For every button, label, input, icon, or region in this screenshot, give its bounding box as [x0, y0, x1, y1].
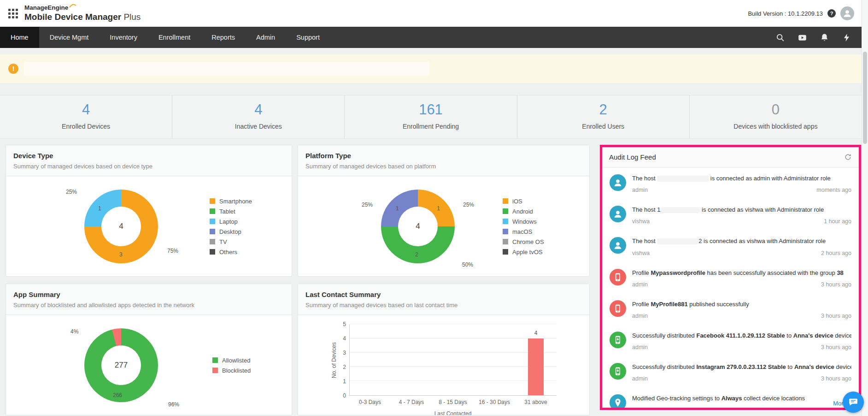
legend-item-ios[interactable]: iOS	[503, 198, 544, 205]
audit-feed-item[interactable]: Profile MyProfile881 published successfu…	[610, 293, 851, 325]
user-avatar[interactable]	[840, 6, 854, 20]
stat-enrolled-users[interactable]: 2Enrolled Users	[517, 95, 689, 138]
legend-item-others[interactable]: Others	[210, 249, 252, 256]
audit-feed-list: The host is connected as admin with Admi…	[602, 167, 859, 408]
quick-actions-flash-icon[interactable]	[842, 33, 851, 42]
main-nav: HomeDevice MgmtInventoryEnrollmentReport…	[0, 27, 862, 48]
legend-swatch	[503, 249, 508, 255]
card-subtitle: Summary of blocklisted and allowlisted a…	[13, 302, 284, 309]
page: ManageEngine Mobile Device Manager Plus …	[0, 0, 862, 416]
refresh-icon[interactable]	[844, 153, 852, 161]
stat-devices-with-blocklisted-apps[interactable]: 0Devices with blocklisted apps	[689, 95, 862, 138]
bar-31-above[interactable]: 4	[515, 324, 557, 395]
card-subtitle: Summary of managed devices based on last…	[305, 302, 582, 309]
video-icon[interactable]	[798, 33, 807, 42]
audit-feed-item[interactable]: Profile Mypasswordprofile has been succe…	[610, 262, 851, 293]
legend-label: Others	[219, 249, 237, 256]
card-title: App Summary	[13, 291, 284, 298]
app-icon	[610, 332, 626, 348]
audit-user: vishwa	[632, 218, 650, 225]
legend-item-allowlisted[interactable]: Allowlisted	[212, 357, 251, 364]
platform-type-legend: iOSAndroidWindowsmacOSChrome OSApple tvO…	[503, 195, 544, 259]
app-summary-donut-chart[interactable]: 277 4%26696%	[84, 328, 158, 402]
audit-user: admin	[632, 375, 648, 382]
legend-item-laptop[interactable]: Laptop	[210, 218, 252, 225]
x-tick: 31 above	[515, 399, 557, 405]
chart-callout: 25%	[463, 202, 474, 208]
stats-row: 4Enrolled Devices4Inactive Devices161Enr…	[0, 95, 862, 139]
search-icon[interactable]	[775, 33, 785, 42]
audit-message: Profile Mypasswordprofile has been succe…	[632, 269, 851, 277]
legend-item-windows[interactable]: Windows	[503, 218, 544, 225]
audit-feed-item[interactable]: The host 1 is connected as vishwa with A…	[610, 199, 851, 230]
nav-item-admin[interactable]: Admin	[246, 27, 286, 48]
nav-item-reports[interactable]: Reports	[201, 27, 246, 48]
notifications-bell-icon[interactable]	[820, 33, 829, 42]
person-icon	[842, 8, 852, 18]
legend-label: Desktop	[219, 228, 241, 235]
user-icon	[610, 174, 626, 191]
audit-time: 3 hours ago	[821, 375, 851, 382]
y-tick: 2	[343, 364, 346, 370]
nav-item-device-mgmt[interactable]: Device Mgmt	[39, 27, 100, 48]
stat-inactive-devices[interactable]: 4Inactive Devices	[172, 95, 344, 138]
warning-icon: !	[8, 64, 18, 74]
platform-type-donut-chart[interactable]: 4 25%125%150%2	[381, 190, 455, 263]
audit-time: 3 hours ago	[821, 344, 851, 351]
audit-log-feed-panel: Audit Log Feed The host is connected as …	[600, 145, 861, 410]
legend-item-android[interactable]: Android	[503, 208, 544, 215]
profile-icon	[610, 300, 626, 317]
redacted-text	[660, 207, 700, 213]
help-icon[interactable]: ?	[827, 9, 836, 18]
donut-center-value: 277	[115, 361, 128, 370]
audit-feed-item[interactable]: Modified Geo-tracking settings to Always…	[610, 387, 851, 408]
stat-value: 4	[0, 101, 172, 118]
chart-callout: 1	[98, 205, 101, 212]
legend-item-blocklisted[interactable]: Blocklisted	[212, 367, 251, 374]
chat-button[interactable]	[843, 392, 864, 413]
card-header: Last Contact Summary Summary of managed …	[298, 284, 589, 315]
audit-feed-item[interactable]: The host is connected as admin with Admi…	[610, 167, 851, 199]
legend-item-desktop[interactable]: Desktop	[210, 228, 252, 235]
nav-items: HomeDevice MgmtInventoryEnrollmentReport…	[0, 27, 330, 48]
redacted-text	[657, 176, 709, 182]
brand-logo[interactable]: ManageEngine Mobile Device Manager Plus	[24, 5, 141, 22]
stat-enrollment-pending[interactable]: 161Enrollment Pending	[344, 95, 516, 138]
audit-feed-item[interactable]: Successfully distributed Facebook 411.1.…	[610, 325, 851, 356]
legend-item-chrome-os[interactable]: Chrome OS	[503, 238, 544, 245]
legend-item-smartphone[interactable]: Smartphone	[210, 198, 252, 205]
scrollbar-thumb[interactable]	[863, 52, 867, 144]
page-scrollbar[interactable]	[862, 0, 868, 416]
user-icon	[610, 206, 626, 222]
legend-item-macos[interactable]: macOS	[503, 228, 544, 235]
audit-message: The host 1 is connected as vishwa with A…	[632, 206, 851, 214]
nav-item-enrollment[interactable]: Enrollment	[148, 27, 201, 48]
last-contact-bar-chart[interactable]: No. of Devices 012345 4 0-3 Days4 - 7 Da…	[331, 324, 557, 416]
bar[interactable]	[528, 339, 544, 395]
redacted-alert-text	[24, 62, 429, 76]
card-title: Device Type	[13, 152, 284, 160]
device-type-donut-chart[interactable]: 4 25%175%3	[84, 190, 158, 263]
last-contact-summary-card: Last Contact Summary Summary of managed …	[298, 284, 590, 416]
y-tick: 3	[343, 350, 346, 356]
legend-item-apple-tvos[interactable]: Apple tvOS	[503, 249, 544, 256]
nav-item-home[interactable]: Home	[0, 27, 39, 48]
stat-label: Devices with blocklisted apps	[690, 123, 862, 130]
stat-value: 4	[172, 101, 344, 118]
audit-feed-item[interactable]: Successfully distributed Instagram 279.0…	[610, 356, 851, 387]
legend-item-tv[interactable]: TV	[210, 238, 252, 245]
legend-swatch	[503, 208, 508, 214]
chart-callout: 2	[415, 251, 418, 258]
legend-label: TV	[219, 238, 227, 245]
legend-swatch	[503, 229, 508, 234]
apps-grid-icon[interactable]	[8, 9, 18, 18]
legend-label: Chrome OS	[512, 238, 544, 245]
device-type-legend: SmartphoneTabletLaptopDesktopTVOthers	[210, 195, 252, 259]
nav-item-inventory[interactable]: Inventory	[99, 27, 148, 48]
audit-feed-item[interactable]: The host 2 is connected as vishwa with A…	[610, 230, 851, 261]
stat-enrolled-devices[interactable]: 4Enrolled Devices	[0, 95, 172, 138]
legend-item-tablet[interactable]: Tablet	[210, 208, 252, 215]
bar-0-3-days	[350, 324, 391, 395]
x-tick: 0-3 Days	[349, 399, 391, 405]
nav-item-support[interactable]: Support	[286, 27, 330, 48]
